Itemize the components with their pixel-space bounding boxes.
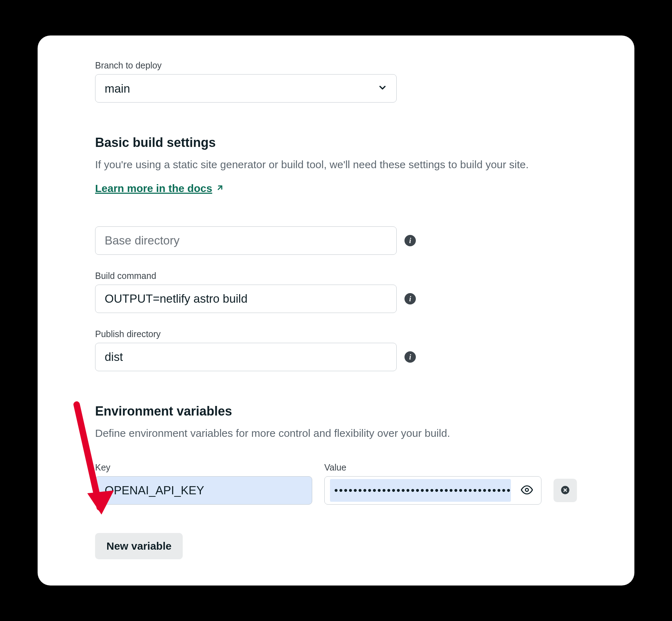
info-icon[interactable]: i xyxy=(404,235,416,246)
svg-point-1 xyxy=(525,488,529,491)
branch-label: Branch to deploy xyxy=(95,60,577,71)
env-vars-description: Define environment variables for more co… xyxy=(95,425,577,441)
info-icon[interactable]: i xyxy=(404,293,416,304)
new-variable-button[interactable]: New variable xyxy=(95,533,183,559)
remove-variable-button[interactable] xyxy=(553,479,577,502)
build-command-input[interactable] xyxy=(95,285,397,313)
eye-icon xyxy=(521,492,533,497)
env-key-label: Key xyxy=(95,462,312,473)
env-value-input[interactable] xyxy=(324,476,541,505)
docs-link[interactable]: Learn more in the docs xyxy=(95,182,224,194)
base-directory-input[interactable] xyxy=(95,226,397,255)
external-link-icon xyxy=(216,182,224,194)
env-key-input[interactable] xyxy=(95,476,312,505)
close-circle-icon xyxy=(560,485,570,496)
build-settings-heading: Basic build settings xyxy=(95,135,577,150)
publish-directory-label: Publish directory xyxy=(95,329,577,339)
branch-select[interactable]: main xyxy=(95,74,397,103)
env-vars-heading: Environment variables xyxy=(95,404,577,419)
env-var-row: Key Value ••••••••••••••••••••••••••••••… xyxy=(95,462,577,505)
settings-panel: Branch to deploy main Basic build settin… xyxy=(38,35,634,586)
toggle-visibility-button[interactable] xyxy=(519,482,535,499)
publish-directory-input[interactable] xyxy=(95,343,397,371)
env-value-label: Value xyxy=(324,462,541,473)
build-settings-description: If you're using a static site generator … xyxy=(95,156,577,172)
info-icon[interactable]: i xyxy=(404,351,416,363)
build-command-label: Build command xyxy=(95,271,577,281)
docs-link-text: Learn more in the docs xyxy=(95,182,212,194)
